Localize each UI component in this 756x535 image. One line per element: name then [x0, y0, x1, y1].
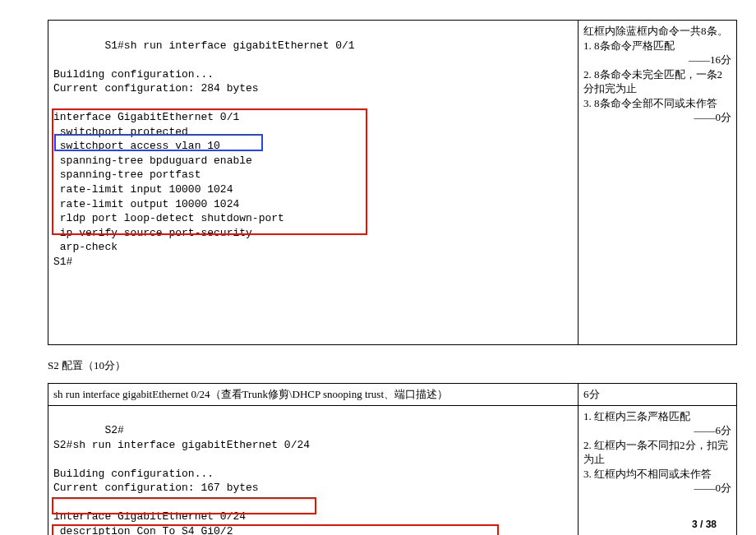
s2-table: sh run interface gigabitEthernet 0/24（查看… — [48, 383, 737, 535]
s1-notes-cell: 红框内除蓝框内命令一共8条。 1. 8条命令严格匹配 ——16分 2. 8条命令… — [579, 21, 737, 345]
s1-table: S1#sh run interface gigabitEthernet 0/1 … — [48, 20, 737, 345]
s2-notes-cell: 1. 红框内三条严格匹配 ——6分 2. 红框内一条不同扣2分，扣完为止 3. … — [579, 405, 737, 535]
s2-terminal-text: S2# S2#sh run interface gigabitEthernet … — [53, 424, 399, 535]
s2-header-right: 6分 — [579, 384, 737, 406]
s2-terminal-cell: S2# S2#sh run interface gigabitEthernet … — [48, 405, 579, 535]
page-number: 3 / 38 — [692, 519, 717, 530]
s1-terminal-text: S1#sh run interface gigabitEthernet 0/1 … — [53, 39, 355, 268]
s1-terminal-cell: S1#sh run interface gigabitEthernet 0/1 … — [48, 21, 579, 345]
s2-heading: S2 配置（10分） — [48, 358, 717, 373]
s1-note-title: 红框内除蓝框内命令一共8条。 — [583, 24, 731, 39]
s2-header-left: sh run interface gigabitEthernet 0/24（查看… — [48, 384, 579, 406]
